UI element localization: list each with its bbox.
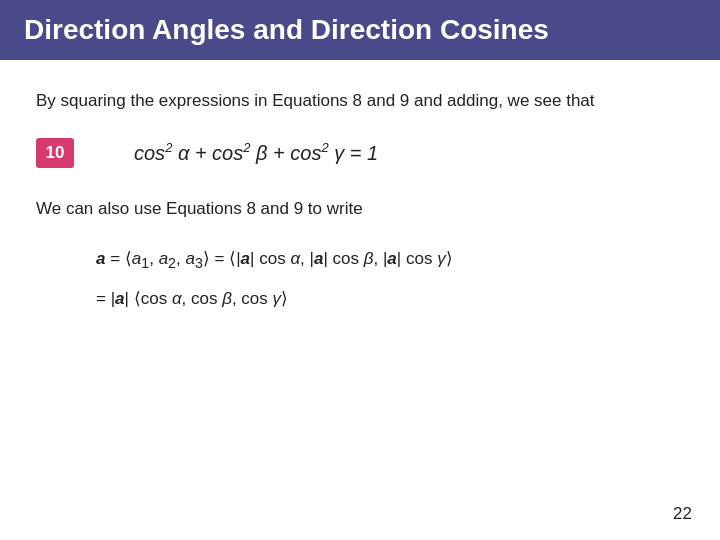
vector-eq-line-2: = |a| ⟨cos α, cos β, cos γ⟩ <box>96 285 684 314</box>
paragraph-2: We can also use Equations 8 and 9 to wri… <box>36 196 684 222</box>
equation-number: 10 <box>36 138 74 168</box>
vector-eq-line-1: a = ⟨a1, a2, a3⟩ = ⟨|a| cos α, |a| cos β… <box>96 245 684 275</box>
content-area: By squaring the expressions in Equations… <box>0 60 720 344</box>
equation-content: cos2 α + cos2 β + cos2 γ = 1 <box>134 140 378 165</box>
slide: Direction Angles and Direction Cosines B… <box>0 0 720 540</box>
vector-equations: a = ⟨a1, a2, a3⟩ = ⟨|a| cos α, |a| cos β… <box>96 245 684 314</box>
equation-row: 10 cos2 α + cos2 β + cos2 γ = 1 <box>36 138 684 168</box>
paragraph-1: By squaring the expressions in Equations… <box>36 88 684 114</box>
slide-title: Direction Angles and Direction Cosines <box>24 14 549 46</box>
title-bar: Direction Angles and Direction Cosines <box>0 0 720 60</box>
page-number: 22 <box>673 504 692 524</box>
